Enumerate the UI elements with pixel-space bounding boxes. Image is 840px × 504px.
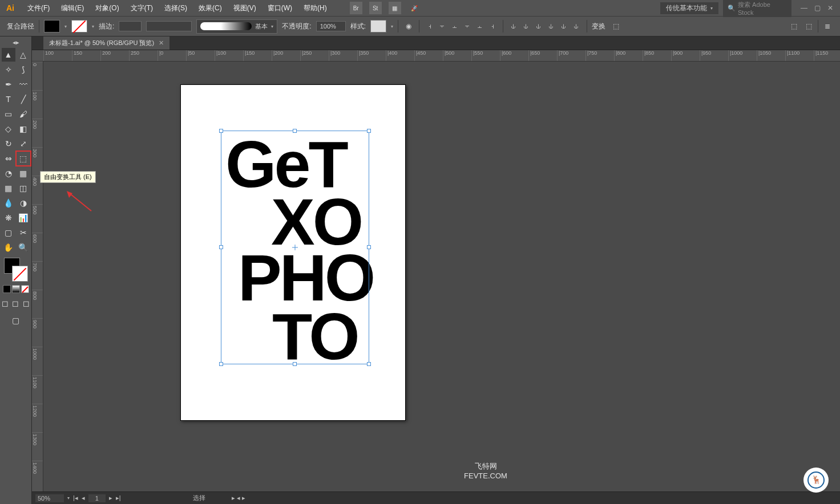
toolbox-collapse-icon[interactable]: ◂▸ <box>13 39 19 46</box>
none-swatch[interactable] <box>21 285 29 293</box>
close-tab-icon[interactable]: ✕ <box>159 39 164 47</box>
width-tool[interactable]: ⇔ <box>2 152 15 165</box>
screen-mode-icon[interactable]: ▢ <box>9 314 23 327</box>
magic-wand-tool[interactable]: ✧ <box>2 63 15 76</box>
isolate-icon[interactable]: ⬚ <box>788 21 799 32</box>
slice-tool[interactable]: ✂ <box>17 226 30 239</box>
menu-object[interactable]: 对象(O) <box>93 2 121 14</box>
opacity-input[interactable]: 100% <box>316 21 346 31</box>
resize-handle-br[interactable] <box>367 362 371 366</box>
rotate-tool[interactable]: ↻ <box>2 137 15 151</box>
selection-bounds[interactable] <box>221 131 369 364</box>
menu-edit[interactable]: 编辑(E) <box>59 2 86 14</box>
free-transform-tool[interactable]: ⬚ <box>17 152 30 165</box>
gpu-icon[interactable]: 🚀 <box>408 2 421 14</box>
lasso-tool[interactable]: ⟆ <box>17 63 30 76</box>
maximize-button[interactable]: ▢ <box>814 4 821 12</box>
eraser-tool[interactable]: ◧ <box>17 122 30 136</box>
edit-icon[interactable]: ⬚ <box>803 21 814 32</box>
blend-tool[interactable]: ◑ <box>17 196 30 210</box>
next-artboard-icon[interactable]: ▸ <box>109 494 112 502</box>
menu-window[interactable]: 窗口(W) <box>265 2 294 14</box>
close-button[interactable]: ✕ <box>827 4 833 12</box>
align-hcenter-icon[interactable]: ⫟ <box>437 21 448 32</box>
first-artboard-icon[interactable]: |◂ <box>73 494 78 502</box>
draw-behind-icon[interactable]: ◻ <box>11 296 19 310</box>
draw-inside-icon[interactable]: ◻ <box>22 296 30 310</box>
panel-menu-icon[interactable]: ≣ <box>822 21 833 32</box>
resize-handle-mr[interactable] <box>367 245 371 249</box>
eyedropper-tool[interactable]: 💧 <box>2 196 15 210</box>
dist-2[interactable]: ⫝ <box>520 21 532 32</box>
stroke-indicator[interactable] <box>12 266 28 282</box>
selection-tool[interactable]: ▲ <box>2 48 15 62</box>
stroke-width-profile[interactable] <box>146 21 192 31</box>
resize-handle-tc[interactable] <box>293 129 297 133</box>
menu-type[interactable]: 文字(T) <box>128 2 155 14</box>
bridge-icon[interactable]: Br <box>350 2 362 14</box>
canvas[interactable]: GeT XO PHO TO <box>43 62 840 491</box>
graph-tool[interactable]: 📊 <box>17 211 30 225</box>
shaper-tool[interactable]: ◇ <box>2 122 15 136</box>
perspective-tool[interactable]: ▦ <box>17 166 30 180</box>
transform-link[interactable]: 变换 <box>592 22 605 31</box>
paintbrush-tool[interactable]: 🖌 <box>17 107 30 121</box>
dist-4[interactable]: ⫝ <box>546 21 557 32</box>
artboard-tool[interactable]: ▢ <box>2 226 15 239</box>
dist-1[interactable]: ⫝ <box>508 21 519 32</box>
pen-tool[interactable]: ✒ <box>2 78 15 91</box>
dist-3[interactable]: ⫝ <box>533 21 544 32</box>
menu-file[interactable]: 文件(F) <box>25 2 52 14</box>
resize-handle-bl[interactable] <box>219 362 223 366</box>
resize-handle-ml[interactable] <box>219 245 223 249</box>
menu-effect[interactable]: 效果(C) <box>196 2 224 14</box>
draw-normal-icon[interactable]: ◻ <box>1 296 9 310</box>
dist-5[interactable]: ⫝ <box>558 21 570 32</box>
brush-definition[interactable]: 基本▾ <box>196 19 277 34</box>
artboard-number[interactable]: 1 <box>88 494 106 502</box>
type-tool[interactable]: T <box>2 92 15 106</box>
color-black-swatch[interactable] <box>3 285 11 293</box>
rectangle-tool[interactable]: ▭ <box>2 107 15 121</box>
hand-tool[interactable]: ✋ <box>2 241 15 254</box>
resize-handle-tl[interactable] <box>219 129 223 133</box>
stroke-swatch[interactable] <box>71 20 87 32</box>
align-bottom-icon[interactable]: ⫞ <box>487 21 498 32</box>
resize-handle-tr[interactable] <box>367 129 371 133</box>
scale-tool[interactable]: ⤢ <box>17 137 30 151</box>
transform-icon[interactable]: ⬚ <box>610 21 621 32</box>
dist-6[interactable]: ⫝ <box>571 21 582 32</box>
resize-handle-bc[interactable] <box>293 362 297 366</box>
menu-view[interactable]: 视图(V) <box>231 2 259 14</box>
recolor-icon[interactable]: ◉ <box>403 21 414 32</box>
menu-select[interactable]: 选择(S) <box>162 2 189 14</box>
mesh-tool[interactable]: ▦ <box>2 181 15 195</box>
arrange-docs-icon[interactable]: ▦ <box>389 2 401 14</box>
gradient-tool[interactable]: ◫ <box>17 181 30 195</box>
shape-builder-tool[interactable]: ◔ <box>2 166 15 180</box>
zoom-level[interactable]: 50% <box>35 494 64 502</box>
align-right-icon[interactable]: ⫠ <box>449 21 461 32</box>
status-nav[interactable]: ▸ ◂ ▸ <box>232 494 245 502</box>
search-stock-input[interactable]: 🔍搜索 Adobe Stock <box>723 0 791 17</box>
align-top-icon[interactable]: ⫟ <box>462 21 473 32</box>
stroke-weight-input[interactable] <box>119 21 142 31</box>
menu-help[interactable]: 帮助(H) <box>301 2 329 14</box>
gradient-swatch[interactable] <box>12 285 20 293</box>
document-tab[interactable]: 未标题-1.ai* @ 50% (RGB/GPU 预览) ✕ <box>43 36 169 50</box>
stock-icon[interactable]: St <box>369 2 382 14</box>
align-vcenter-icon[interactable]: ⫠ <box>474 21 486 32</box>
last-artboard-icon[interactable]: ▸| <box>116 494 121 502</box>
minimize-button[interactable]: — <box>801 4 807 12</box>
symbol-sprayer-tool[interactable]: ❋ <box>2 211 15 225</box>
line-tool[interactable]: ╱ <box>17 92 30 106</box>
curve-tool[interactable]: 〰 <box>17 78 30 91</box>
workspace-select[interactable]: 传统基本功能▾ <box>660 2 718 14</box>
fill-stroke-control[interactable] <box>4 258 28 282</box>
direct-selection-tool[interactable]: △ <box>17 48 30 62</box>
fill-swatch[interactable] <box>44 20 60 32</box>
zoom-tool[interactable]: 🔍 <box>17 241 30 254</box>
prev-artboard-icon[interactable]: ◂ <box>82 494 85 502</box>
align-left-icon[interactable]: ⫞ <box>424 21 435 32</box>
style-swatch[interactable] <box>370 20 386 32</box>
